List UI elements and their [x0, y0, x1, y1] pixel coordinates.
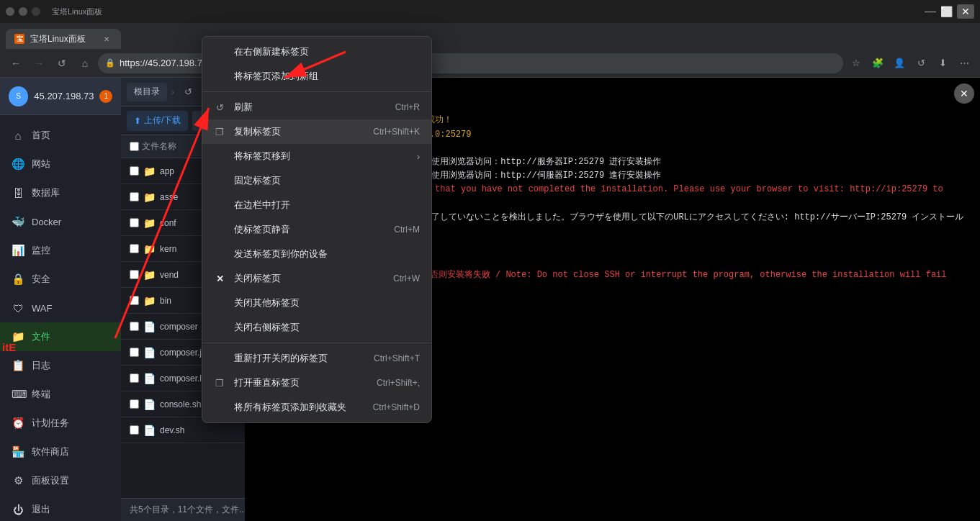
sidebar-item-label: 计划任务 [32, 417, 69, 430]
active-tab[interactable]: 宝 宝塔Linux面板 ✕ [6, 29, 121, 49]
sidebar-item-database[interactable]: 🗄 数据库 [0, 178, 121, 207]
cm-label: 重新打开关闭的标签页 [234, 352, 365, 365]
sidebar-item-label: 安全 [32, 273, 50, 286]
cm-mute-tab[interactable]: 使标签页静音 Ctrl+M [202, 217, 431, 242]
terminal-close-btn[interactable]: ✕ [954, 83, 974, 104]
restore-icon[interactable]: ⬜ [940, 6, 953, 17]
minimize-btn[interactable] [6, 7, 14, 16]
row-checkbox[interactable] [130, 425, 139, 435]
cm-close-right[interactable]: 关闭右侧标签页 [202, 315, 431, 340]
upload-label: 上传/下载 [144, 114, 181, 127]
cm-close-tab[interactable]: ✕ 关闭标签页 Ctrl+W [202, 266, 431, 291]
address-toolbar: ← → ↺ ⌂ 🔒 https://45.207.198.7 ☆ 🧩 👤 ↺ ⬇… [0, 49, 980, 78]
row-checkbox[interactable] [130, 166, 139, 176]
file-name: app [160, 166, 174, 176]
file-name: composer [160, 322, 198, 332]
cm-label: 刷新 [234, 101, 387, 114]
extension-icon[interactable]: 🧩 [868, 53, 888, 73]
upload-icon: ⬆ [134, 116, 141, 126]
row-checkbox[interactable] [130, 373, 139, 383]
row-checkbox[interactable] [130, 244, 139, 253]
file-icon: 📄 [143, 399, 156, 410]
cm-duplicate-tab[interactable]: ❐ 复制标签页 Ctrl+Shift+K [202, 119, 431, 144]
sidebar-item-waf[interactable]: 🛡 WAF [0, 294, 121, 322]
min-icon[interactable]: — [925, 5, 936, 18]
bookmark-icon[interactable]: ☆ [846, 53, 866, 73]
sidebar-item-home[interactable]: ⌂ 首页 [0, 121, 121, 150]
cm-move-tab[interactable]: 将标签页移到 › [202, 144, 431, 168]
sidebar-nav: ⌂ 首页 🌐 网站 🗄 数据库 🐳 Docker 📊 监控 [0, 115, 121, 521]
cm-add-to-group[interactable]: 将标签页添加到新组 [202, 64, 431, 89]
title-text: 宝塔Linux面板 [52, 6, 102, 17]
refresh2-icon[interactable]: ↺ [911, 53, 931, 73]
cm-shortcut: Ctrl+R [395, 102, 420, 112]
cm-label: 关闭其他标签页 [234, 296, 420, 309]
sidebar-item-label: Docker [32, 217, 61, 227]
ext-icon[interactable]: ✕ [957, 4, 974, 19]
maximize-btn[interactable] [19, 7, 27, 16]
forward-btn[interactable]: → [29, 53, 49, 73]
file-name: vend [160, 270, 179, 280]
sidebar-item-cron[interactable]: ⏰ 计划任务 [0, 409, 121, 438]
sidebar-item-monitor[interactable]: 📊 监控 [0, 236, 121, 265]
cm-close-others[interactable]: 关闭其他标签页 [202, 291, 431, 315]
row-checkbox[interactable] [130, 399, 139, 409]
file-icon: 📄 [143, 425, 156, 436]
annotation-text-bottom: itE [2, 341, 16, 353]
file-name: bin [160, 296, 171, 306]
cm-bookmark-all[interactable]: 将所有标签页添加到收藏夹 Ctrl+Shift+D [202, 395, 431, 420]
cm-label: 将标签页移到 [234, 150, 408, 163]
row-checkbox[interactable] [130, 296, 139, 305]
sidebar-item-panel-settings[interactable]: ⚙ 面板设置 [0, 466, 121, 495]
select-all-checkbox[interactable] [130, 142, 139, 151]
sidebar-item-terminal[interactable]: ⌨ 终端 [0, 380, 121, 409]
sidebar-header: S 45.207.198.73 1 [0, 78, 121, 115]
sidebar-item-label: 网站 [32, 158, 50, 171]
settings-icon[interactable]: ⋯ [954, 53, 974, 73]
cm-label: 发送标签页到你的设备 [234, 248, 420, 260]
sidebar-item-logout[interactable]: ⏻ 退出 [0, 495, 121, 521]
sidebar-item-security[interactable]: 🔒 安全 [0, 265, 121, 294]
tab-close-btn[interactable]: ✕ [101, 33, 112, 45]
cm-reopen-closed[interactable]: 重新打开关闭的标签页 Ctrl+Shift+T [202, 346, 431, 371]
file-icon: 📄 [143, 347, 156, 358]
sidebar-item-logs[interactable]: 📋 日志 [0, 351, 121, 380]
breadcrumb-item[interactable]: 根目录 [127, 83, 167, 101]
file-name: kern [160, 244, 176, 254]
cm-pin-tab[interactable]: 固定标签页 [202, 168, 431, 193]
security-icon: 🔒 [12, 273, 24, 286]
home-btn[interactable]: ⌂ [75, 53, 95, 73]
cm-new-tab-right[interactable]: 在右侧新建标签页 [202, 40, 431, 64]
folder-icon: 📁 [143, 166, 156, 177]
sidebar-item-files[interactable]: 📁 文件 [0, 322, 121, 351]
sidebar-item-website[interactable]: 🌐 网站 [0, 150, 121, 178]
sidebar-item-label: 软件商店 [32, 445, 69, 458]
refresh-btn[interactable]: ↺ [179, 83, 197, 101]
sidebar-item-docker[interactable]: 🐳 Docker [0, 207, 121, 236]
sidebar-item-label: 面板设置 [32, 474, 69, 487]
sidebar-item-label: 日志 [32, 359, 50, 372]
row-checkbox[interactable] [130, 270, 139, 279]
row-checkbox[interactable] [130, 218, 139, 227]
account-icon[interactable]: 👤 [889, 53, 909, 73]
row-checkbox[interactable] [130, 322, 139, 331]
reload-btn[interactable]: ↺ [52, 53, 72, 73]
close-btn[interactable] [32, 7, 40, 16]
docker-icon: 🐳 [12, 215, 24, 228]
download-icon[interactable]: ⬇ [932, 53, 953, 73]
cm-vertical-tabs[interactable]: ❐ 打开垂直标签页 Ctrl+Shift+, [202, 371, 431, 395]
submenu-arrow-icon: › [417, 151, 420, 162]
cm-separator-2 [202, 343, 431, 343]
back-btn[interactable]: ← [6, 53, 26, 73]
cm-send-to-device[interactable]: 发送标签页到你的设备 [202, 242, 431, 266]
close-x-icon: ✕ [214, 273, 225, 284]
sidebar-item-store[interactable]: 🏪 软件商店 [0, 438, 121, 466]
window-controls [6, 7, 40, 16]
upload-btn[interactable]: ⬆ 上传/下载 [127, 111, 188, 131]
row-checkbox[interactable] [130, 348, 139, 357]
folder-icon: 📁 [143, 295, 156, 307]
cm-open-sidebar[interactable]: 在边栏中打开 [202, 193, 431, 217]
cm-refresh[interactable]: ↺ 刷新 Ctrl+R [202, 95, 431, 119]
logout-icon: ⏻ [12, 504, 24, 516]
row-checkbox[interactable] [130, 192, 139, 201]
